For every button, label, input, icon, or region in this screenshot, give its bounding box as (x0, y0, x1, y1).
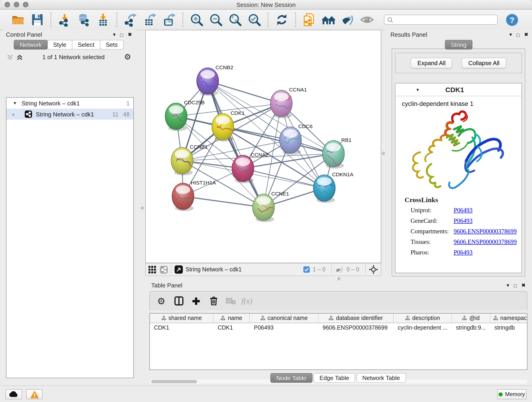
memory-button[interactable]: Memory (497, 389, 526, 399)
search-input[interactable] (393, 17, 494, 23)
node-label-ccnb1: CCNB1 (190, 144, 208, 150)
expand-all-icon[interactable] (17, 54, 23, 60)
column-header-namespac[interactable]: namespac (490, 313, 527, 323)
crosslink-link[interactable]: 9606.ENSP00000378699 (454, 238, 517, 245)
open-in-window-icon[interactable] (175, 265, 183, 274)
tab-string[interactable]: String (445, 40, 472, 50)
table-row[interactable]: CDK1CDK1P064939606.ENSP00000378699cyclin… (150, 323, 527, 333)
panel-float-icon[interactable]: □ (514, 283, 517, 288)
network-canvas[interactable]: CCNB2CCNA1CDC25BCDK1CDC6RB1CCNB1CCNA2HIS… (145, 30, 381, 263)
gene-card-header[interactable]: ▼ CDK1 (395, 83, 521, 96)
table-cell[interactable]: stringdb (490, 323, 527, 333)
network-edge-ccna2-cdkn1a[interactable] (243, 168, 324, 188)
import-network-file-button[interactable] (57, 12, 72, 27)
tab-network[interactable]: Network (14, 40, 47, 50)
home-networks-button[interactable] (321, 12, 336, 27)
crosslink-label: GeneCard: (411, 217, 454, 224)
import-table-button[interactable] (95, 12, 111, 27)
table-cell[interactable]: 9606.ENSP00000378699 (318, 323, 394, 333)
zoom-selected-button[interactable] (247, 12, 262, 27)
panel-collapse-icon[interactable]: ▾ (509, 32, 512, 38)
refresh-button[interactable] (274, 12, 290, 27)
tab-style[interactable]: Style (47, 40, 72, 50)
network-edge-ccnb2-ccna1[interactable] (208, 81, 281, 104)
memory-label: Memory (505, 391, 525, 397)
toolbar-search[interactable] (384, 15, 498, 25)
column-header-database-identifier[interactable]: database identifier (318, 313, 394, 323)
panel-collapse-icon[interactable]: ▾ (507, 282, 509, 288)
panel-float-icon[interactable]: □ (120, 32, 123, 37)
network-collection-row[interactable]: ▼ String Network – cdk1 1 (6, 98, 133, 109)
table-cell[interactable]: CDK1 (214, 323, 250, 333)
network-node-ccnb2[interactable]: CCNB2 (197, 64, 234, 96)
show-columns-button[interactable] (172, 296, 186, 306)
column-header-canonical-name[interactable]: canonical name (250, 313, 318, 323)
hide-unhide-button[interactable] (340, 12, 355, 27)
collapse-all-button[interactable]: Collapse All (462, 58, 506, 68)
pan-crosshair-icon[interactable] (369, 265, 378, 274)
column-header-shared-name[interactable]: shared name (150, 313, 214, 323)
zoom-fit-button[interactable] (227, 12, 243, 27)
zoom-in-button[interactable] (189, 12, 204, 27)
network-edge-hist1h1a-ccne1[interactable] (183, 196, 264, 207)
crosslink-link[interactable]: P06493 (454, 217, 473, 224)
network-edge-ccnb2-ccne1[interactable] (208, 81, 264, 207)
tab-sets[interactable]: Sets (100, 40, 124, 50)
network-node-rb1[interactable]: RB1 (322, 137, 351, 169)
table-settings-button[interactable]: ⚙ (154, 295, 168, 306)
table-cell[interactable]: P06493 (250, 323, 318, 333)
share-view-icon[interactable] (160, 266, 168, 274)
tree-expanded-icon[interactable]: ▼ (13, 101, 17, 105)
table-cell[interactable]: stringdb:9... (452, 323, 490, 333)
crosslink-link[interactable]: 9606.ENSP00000378699 (454, 228, 517, 235)
cloud-status-button[interactable] (6, 389, 22, 399)
show-graphics-button[interactable] (359, 12, 375, 27)
open-session-button[interactable] (10, 12, 26, 27)
panel-close-icon[interactable]: ✖ (128, 32, 132, 38)
tab-network-table[interactable]: Network Table (356, 373, 406, 383)
import-network-database-button[interactable] (76, 12, 92, 27)
tab-select[interactable]: Select (72, 40, 100, 50)
tree-expanded-icon[interactable]: ▼ (416, 87, 420, 92)
selected-count: 1 – 0 (313, 266, 326, 273)
string-import-button[interactable] (302, 12, 317, 27)
tab-node-table[interactable]: Node Table (270, 373, 312, 383)
export-network-button[interactable] (123, 12, 138, 27)
selected-checkbox-icon[interactable] (304, 266, 310, 273)
export-image-icon (162, 13, 176, 27)
table-cell[interactable]: cyclin-dependent ... (394, 323, 452, 333)
column-header--id[interactable]: @id (452, 313, 490, 323)
zoom-out-button[interactable] (208, 12, 224, 27)
gear-icon[interactable]: ⚙ (124, 52, 131, 62)
network-node-hist1h1a[interactable]: HIST1H1A (172, 180, 216, 211)
panel-close-icon[interactable]: ✖ (521, 282, 526, 288)
panel-collapse-icon[interactable]: ▾ (113, 32, 115, 38)
splitter-handle[interactable] (335, 275, 342, 281)
network-row[interactable]: ● String Network – cdk1 11 48 (6, 109, 133, 120)
tab-edge-table[interactable]: Edge Table (314, 373, 355, 383)
network-node-ccna1[interactable]: CCNA1 (270, 87, 307, 118)
splitter-handle[interactable] (139, 204, 145, 211)
table-cell[interactable]: CDK1 (150, 323, 214, 333)
network-node-cdkn1a[interactable]: CDKN1A (313, 172, 354, 203)
crosslink-link[interactable]: P06493 (454, 249, 473, 256)
column-header-name[interactable]: name (214, 313, 250, 323)
panel-float-icon[interactable]: □ (516, 32, 519, 37)
column-header-description[interactable]: description (394, 313, 452, 323)
export-image-button[interactable] (161, 12, 177, 27)
grid-view-icon[interactable] (148, 266, 156, 274)
collapse-all-icon[interactable] (7, 54, 13, 60)
save-session-button[interactable] (29, 12, 45, 27)
expand-all-button[interactable]: Expand All (411, 58, 452, 68)
add-column-button[interactable] (189, 296, 203, 306)
crosslink-link[interactable]: P06493 (454, 206, 473, 214)
network-list: ▼ String Network – cdk1 1 ● String Netwo… (6, 97, 134, 378)
network-node-cdc25b[interactable]: CDC25B (165, 99, 205, 131)
results-panel: Results Panel ▾ □ ✖ String Expand All Co… (386, 30, 532, 281)
help-button[interactable]: ? (504, 12, 520, 27)
panel-close-icon[interactable]: ✖ (524, 32, 528, 38)
network-view-panel: CCNB2CCNA1CDC25BCDK1CDC6RB1CCNB1CCNA2HIS… (145, 30, 381, 276)
export-table-button[interactable] (142, 12, 158, 27)
delete-column-button[interactable] (207, 296, 220, 306)
warnings-button[interactable] (26, 389, 43, 399)
